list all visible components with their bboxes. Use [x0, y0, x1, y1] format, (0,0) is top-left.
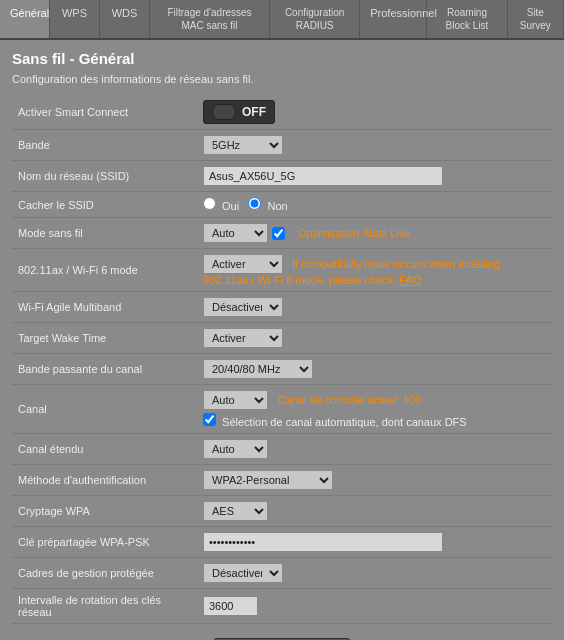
row-auth: Méthode d'authentification WPA2-Personal… — [12, 465, 552, 496]
row-bande-canal: Bande passante du canal 20/40/80 MHz 20 … — [12, 354, 552, 385]
bande-label: Bande — [12, 130, 197, 161]
row-smart-connect: Activer Smart Connect OFF — [12, 95, 552, 130]
crypto-label: Cryptage WPA — [12, 496, 197, 527]
row-ssid: Nom du réseau (SSID) — [12, 161, 552, 192]
wake-label: Target Wake Time — [12, 323, 197, 354]
tab-professionnel[interactable]: Professionnel — [360, 0, 427, 38]
crypto-select[interactable]: AES TKIP — [203, 501, 268, 521]
radio-oui[interactable] — [203, 197, 216, 210]
row-wake: Target Wake Time Activer Désactiver — [12, 323, 552, 354]
key-input[interactable] — [203, 532, 443, 552]
auth-select[interactable]: WPA2-Personal WPA-Personal Open System — [203, 470, 333, 490]
canal-label: Canal — [12, 385, 197, 434]
wifi6-select[interactable]: Activer Désactiver — [203, 254, 283, 274]
tab-wps[interactable]: WPS — [50, 0, 100, 38]
tab-general[interactable]: Général — [0, 0, 50, 38]
row-mode-sans-fil: Mode sans fil Auto Optimisation Xbox Liv… — [12, 218, 552, 249]
smart-connect-toggle[interactable]: OFF — [203, 100, 275, 124]
bande-canal-label: Bande passante du canal — [12, 354, 197, 385]
page-subtitle: Configuration des informations de réseau… — [12, 73, 552, 85]
rotation-input[interactable] — [203, 596, 258, 616]
settings-table: Activer Smart Connect OFF Bande 5GHz 2.4… — [12, 95, 552, 624]
tab-site-survey[interactable]: Site Survey — [508, 0, 564, 38]
bande-canal-select[interactable]: 20/40/80 MHz 20 MHz 40 MHz — [203, 359, 313, 379]
auth-label: Méthode d'authentification — [12, 465, 197, 496]
canal-etendu-label: Canal étendu — [12, 434, 197, 465]
canal-auto-checkbox[interactable] — [203, 413, 216, 426]
canal-select[interactable]: Auto — [203, 390, 268, 410]
row-cacher-ssid: Cacher le SSID Oui Non — [12, 192, 552, 218]
frames-label: Cadres de gestion protégée — [12, 558, 197, 589]
page-title: Sans fil - Général — [12, 50, 552, 67]
frames-select[interactable]: Désactiver Activer — [203, 563, 283, 583]
rotation-label: Intervalle de rotation des clés réseau — [12, 589, 197, 624]
radio-non[interactable] — [248, 197, 261, 210]
tab-filtrage[interactable]: Filtrage d'adresses MAC sans fil — [150, 0, 270, 38]
page-content: Sans fil - Général Configuration des inf… — [0, 40, 564, 640]
ssid-input[interactable] — [203, 166, 443, 186]
bande-select[interactable]: 5GHz 2.4GHz — [203, 135, 283, 155]
ssid-label: Nom du réseau (SSID) — [12, 161, 197, 192]
xbox-live-label: Optimisation Xbox Live — [298, 227, 411, 239]
agile-label: Wi-Fi Agile Multiband — [12, 292, 197, 323]
wifi6-faq-link[interactable]: FAQ — [399, 274, 421, 286]
agile-select[interactable]: Désactiver Activer — [203, 297, 283, 317]
radio-non-label[interactable]: Non — [248, 200, 287, 212]
canal-info: Canal de contrôle actuel: 100 — [278, 394, 421, 406]
cacher-ssid-label: Cacher le SSID — [12, 192, 197, 218]
radio-oui-label[interactable]: Oui — [203, 200, 242, 212]
row-rotation: Intervalle de rotation des clés réseau — [12, 589, 552, 624]
canal-auto-label: Sélection de canal automatique, dont can… — [222, 416, 467, 428]
row-bande: Bande 5GHz 2.4GHz — [12, 130, 552, 161]
row-crypto: Cryptage WPA AES TKIP — [12, 496, 552, 527]
tab-roaming[interactable]: Roaming Block List — [427, 0, 507, 38]
tab-wds[interactable]: WDS — [100, 0, 150, 38]
tab-bar: Général WPS WDS Filtrage d'adresses MAC … — [0, 0, 564, 40]
wake-select[interactable]: Activer Désactiver — [203, 328, 283, 348]
canal-check-row: Sélection de canal automatique, dont can… — [203, 413, 546, 428]
row-canal-etendu: Canal étendu Auto — [12, 434, 552, 465]
wifi6-label: 802.11ax / Wi-Fi 6 mode — [12, 249, 197, 292]
smart-connect-label: Activer Smart Connect — [12, 95, 197, 130]
row-frames: Cadres de gestion protégée Désactiver Ac… — [12, 558, 552, 589]
xbox-live-checkbox[interactable] — [272, 227, 285, 240]
row-wifi6: 802.11ax / Wi-Fi 6 mode Activer Désactiv… — [12, 249, 552, 292]
mode-sans-fil-label: Mode sans fil — [12, 218, 197, 249]
row-canal: Canal Auto Canal de contrôle actuel: 100… — [12, 385, 552, 434]
key-label: Clé prépartagée WPA-PSK — [12, 527, 197, 558]
tab-radius[interactable]: Configuration RADIUS — [270, 0, 360, 38]
canal-etendu-select[interactable]: Auto — [203, 439, 268, 459]
row-key: Clé prépartagée WPA-PSK — [12, 527, 552, 558]
mode-sans-fil-select[interactable]: Auto — [203, 223, 268, 243]
row-agile: Wi-Fi Agile Multiband Désactiver Activer — [12, 292, 552, 323]
